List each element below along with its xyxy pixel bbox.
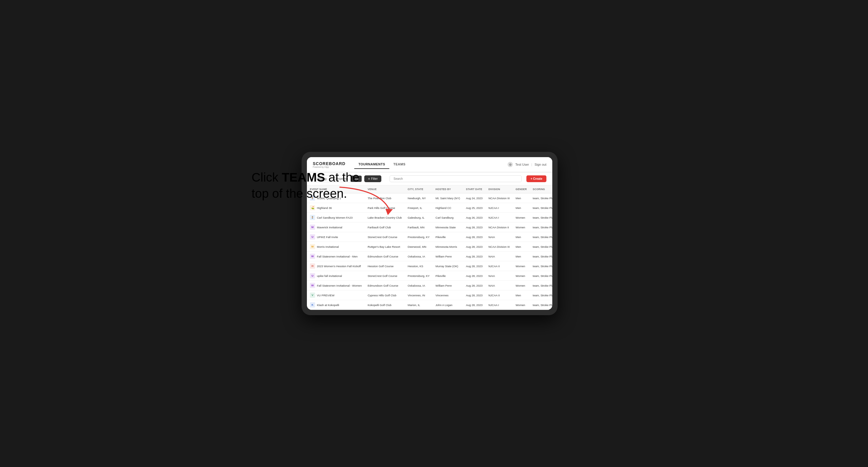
cell-hosted-by: Vincennes [433,290,463,300]
cell-scoring: team, Stroke Play [530,232,553,242]
cell-start-date: Aug 25, 2023 [463,203,486,213]
event-icon: M [310,224,315,230]
table-row: M Morris Invitational Ruttger's Bay Lake… [307,242,552,252]
cell-gender: Women [513,261,530,271]
event-name-text: VU PREVIEW [317,294,335,297]
cell-gender: Women [513,281,530,290]
col-start-date: START DATE [463,185,486,193]
header-right: ⚙ Test User | Sign out [507,162,547,167]
search-input[interactable] [390,176,522,182]
cell-start-date: Aug 28, 2023 [463,261,486,271]
cell-start-date: Aug 28, 2023 [463,252,486,261]
event-icon: H [310,263,315,269]
cell-hosted-by: Minnesota-Morris [433,242,463,252]
filter-icon-button[interactable]: ≡ Filter [364,176,381,182]
event-name-text: Klash at Kokopelli [317,303,339,307]
cell-gender: Men [513,232,530,242]
event-icon: U [310,234,315,240]
event-icon: M [310,244,315,249]
cell-gender: Women [513,222,530,232]
cell-scoring: team, Stroke Play [530,222,553,232]
cell-city-state: Deerwood, MN [405,242,433,252]
event-name-text: Maverick Invitational [317,226,342,229]
cell-hosted-by: William Penn [433,281,463,290]
table-row: W Fall Statesmen Invitational - Men Edmu… [307,252,552,261]
cell-scoring: team, Stroke Play [530,300,553,310]
cell-division: NJCAA I [486,203,513,213]
cell-division: NJCAA II [486,290,513,300]
cell-division: NAIA [486,232,513,242]
logo-subtext: Powered by Clipp [313,166,345,168]
event-icon: ⛳ [310,205,315,210]
cell-start-date: Aug 28, 2023 [463,300,486,310]
cell-start-date: Aug 28, 2023 [463,290,486,300]
event-icon: K [310,302,315,308]
cell-event-name: W Fall Statesmen Invitational - Women [307,281,365,290]
cell-division: NJCAA II [486,261,513,271]
cell-hosted-by: John A Logan [433,300,463,310]
cell-division: NCAA Division III [486,193,513,203]
separator: | [531,163,532,166]
tab-teams[interactable]: TEAMS [389,160,410,169]
cell-city-state: Oskaloosa, IA [405,281,433,290]
cell-hosted-by: Carl Sandburg [433,213,463,222]
cell-division: NAIA [486,281,513,290]
cell-venue: Cypress Hills Golf Club [365,290,405,300]
table-row: H 2023 Women's Hesston Fall Kickoff Hess… [307,261,552,271]
cell-gender: Men [513,252,530,261]
cell-division: NCAA Division II [486,222,513,232]
col-gender: GENDER [513,185,530,193]
cell-gender: Women [513,213,530,222]
svg-marker-0 [385,209,393,215]
cell-city-state: Hesston, KS [405,261,433,271]
sign-out-link[interactable]: Sign out [535,163,547,166]
cell-gender: Men [513,290,530,300]
table-row: K Klash at Kokopelli Kokopelli Golf Club… [307,300,552,310]
arrow-indicator [334,184,399,221]
event-name-text: 2023 Women's Hesston Fall Kickoff [317,264,361,268]
tab-tournaments[interactable]: TOURNAMENTS [354,160,389,169]
cell-city-state: Newburgh, NY [405,193,433,203]
cell-venue: Edmundson Golf Course [365,281,405,290]
cell-venue: Edmundson Golf Course [365,252,405,261]
event-name-text: UPIKE Fall Invite [317,236,338,239]
cell-city-state: Vincennes, IN [405,290,433,300]
logo-text: SCOREBOARD [313,161,345,166]
cell-division: NAIA [486,252,513,261]
cell-scoring: team, Stroke Play [530,242,553,252]
settings-icon[interactable]: ⚙ [507,162,513,167]
cell-gender: Men [513,203,530,213]
event-icon: U [310,273,315,278]
cell-division: NAIA [486,271,513,281]
cell-event-name: W Fall Statesmen Invitational - Men [307,252,365,261]
event-name-text: upike fall invitational [317,274,342,278]
event-icon: V [310,292,315,298]
cell-gender: Men [513,242,530,252]
cell-event-name: M Maverick Invitational [307,222,365,232]
create-button[interactable]: + Create [526,176,547,182]
cell-scoring: team, Stroke Play [530,261,553,271]
table-row: V VU PREVIEW Cypress Hills Golf Club Vin… [307,290,552,300]
cell-start-date: Aug 28, 2023 [463,222,486,232]
cell-division: NJCAA I [486,300,513,310]
cell-venue: Ruttger's Bay Lake Resort [365,242,405,252]
cell-event-name: K Klash at Kokopelli [307,300,365,310]
cell-event-name: U UPIKE Fall Invite [307,232,365,242]
cell-division: NJCAA I [486,213,513,222]
cell-hosted-by: Pikeville [433,232,463,242]
table-row: M Maverick Invitational Faribault Golf C… [307,222,552,232]
table-row: U UPIKE Fall Invite StoneCrest Golf Cour… [307,232,552,242]
cell-venue: StoneCrest Golf Course [365,232,405,242]
cell-city-state: Marion, IL [405,300,433,310]
cell-scoring: team, Stroke Play [530,193,553,203]
event-name-text: Morris Invitational [317,245,339,248]
event-name-text: Fall Statesmen Invitational - Men [317,255,358,258]
cell-city-state: Prestonsburg, KY [405,271,433,281]
cell-gender: Women [513,300,530,310]
table-row: W Fall Statesmen Invitational - Women Ed… [307,281,552,290]
cell-hosted-by: Murray State (OK) [433,261,463,271]
event-icon: 🏌 [310,215,315,220]
cell-start-date: Aug 28, 2023 [463,281,486,290]
cell-venue: StoneCrest Golf Course [365,271,405,281]
username: Test User [515,163,529,166]
